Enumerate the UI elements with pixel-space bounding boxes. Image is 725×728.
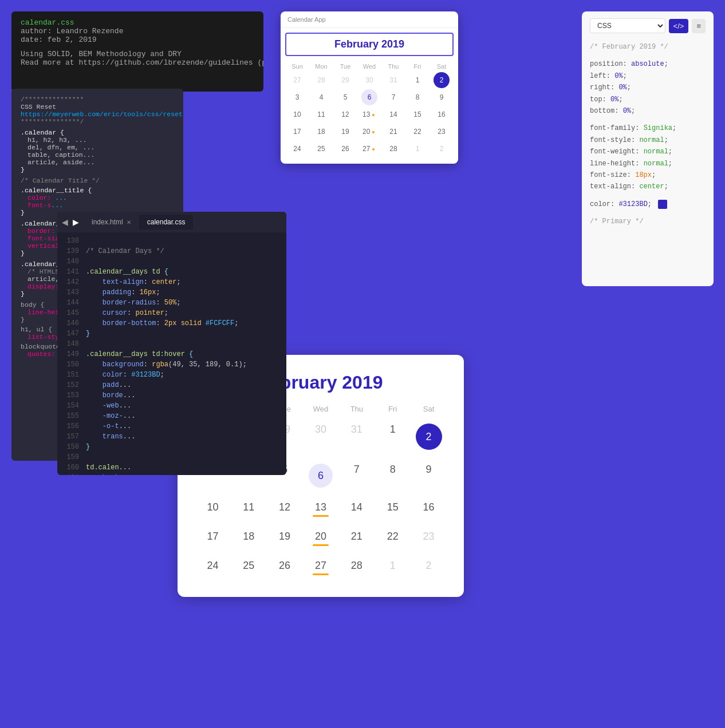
cal-large-day[interactable]: 25: [231, 554, 267, 581]
cal-large-day-today[interactable]: 2: [411, 418, 447, 456]
cal-day[interactable]: 14: [385, 106, 401, 122]
css-line-left: left: 0%;: [590, 70, 706, 82]
cal-day[interactable]: 20: [361, 124, 377, 140]
terminal-line-2: author: Leandro Rezende: [21, 27, 254, 35]
code-line-161: 161 backg...: [57, 474, 286, 475]
cal-day[interactable]: 28: [313, 72, 329, 88]
cal-day[interactable]: 27: [361, 141, 377, 157]
cal-day[interactable]: 12: [337, 106, 353, 122]
css-line-ff: font-family: Signika;: [590, 122, 706, 134]
css-menu-button[interactable]: ≡: [692, 19, 706, 33]
cal-large-day[interactable]: 17: [195, 525, 231, 552]
cal-large-day[interactable]: 9: [411, 458, 447, 493]
cal-large-day[interactable]: 31: [338, 418, 375, 456]
cal-large-day[interactable]: 16: [411, 496, 447, 523]
cal-large-day[interactable]: 2: [411, 554, 447, 581]
cal-large-day[interactable]: 22: [375, 525, 411, 552]
cal-large-day[interactable]: 14: [338, 496, 375, 523]
code-line-153: 153 borde...: [57, 391, 286, 402]
tab-index-html[interactable]: index.html ✕: [84, 215, 139, 230]
cal-large-day[interactable]: 18: [231, 525, 267, 552]
cal-day[interactable]: 11: [313, 106, 329, 122]
css-line-fsize: font-size: 18px;: [590, 169, 706, 181]
cal-large-day[interactable]: 28: [338, 554, 375, 581]
cal-day[interactable]: 29: [337, 72, 353, 88]
cal-day[interactable]: 19: [337, 124, 353, 140]
terminal-top: calendar.css author: Leandro Rezende dat…: [11, 11, 263, 92]
cal-day[interactable]: 2: [434, 141, 450, 157]
tab-calendar-css[interactable]: calendar.css: [139, 215, 194, 230]
cal-large-day[interactable]: 20: [303, 525, 339, 552]
editor-panel: ◀ ▶ index.html ✕ calendar.css 138 139 /*…: [57, 212, 286, 475]
cal-large-day[interactable]: 19: [267, 525, 303, 552]
day-underline: [313, 544, 329, 546]
cal-day[interactable]: 21: [385, 124, 401, 140]
cal-large-week-5: 24 25 26 27 28 1 2: [195, 554, 447, 581]
cal-day[interactable]: 22: [409, 124, 425, 140]
cal-large-day[interactable]: 24: [195, 554, 231, 581]
calendar-app-label: Calendar App: [281, 11, 458, 28]
cal-day[interactable]: 8: [409, 89, 425, 105]
cal-day[interactable]: 18: [313, 124, 329, 140]
code-line-160: 160 td.calen...: [57, 464, 286, 474]
css-line-fs: font-style: normal;: [590, 134, 706, 146]
code-left-body: h1, h2, h3, ...: [21, 136, 174, 144]
css-language-select[interactable]: CSS: [590, 18, 665, 33]
cal-large-day[interactable]: 27: [303, 554, 339, 581]
cal-day[interactable]: 1: [409, 72, 425, 88]
cal-day[interactable]: 15: [409, 106, 425, 122]
cal-large-day[interactable]: 23: [411, 525, 447, 552]
code-line-145: 145 cursor: pointer;: [57, 309, 286, 319]
css-panel-toolbar: CSS </> ≡: [590, 18, 706, 33]
cal-day[interactable]: 5: [337, 89, 353, 105]
cal-day[interactable]: 17: [289, 124, 305, 140]
cal-day[interactable]: 24: [289, 141, 305, 157]
cal-large-day[interactable]: 10: [195, 496, 231, 523]
cal-day[interactable]: 16: [434, 106, 450, 122]
cal-large-day[interactable]: 13: [303, 496, 339, 523]
cal-large-day[interactable]: 8: [375, 458, 411, 493]
tab-close-icon[interactable]: ✕: [127, 219, 131, 225]
cal-large-week-4: 17 18 19 20 21 22 23: [195, 525, 447, 552]
cal-day[interactable]: 23: [434, 124, 450, 140]
cal-large-day[interactable]: 1: [375, 418, 411, 456]
cal-day[interactable]: 13: [361, 106, 377, 122]
cal-day[interactable]: 26: [337, 141, 353, 157]
cal-day[interactable]: 10: [289, 106, 305, 122]
cal-day[interactable]: 4: [313, 89, 329, 105]
cal-day[interactable]: 27: [289, 72, 305, 88]
cal-large-day-selected[interactable]: 6: [303, 458, 339, 493]
cal-day[interactable]: 28: [385, 141, 401, 157]
cal-large-day[interactable]: 11: [231, 496, 267, 523]
cal-day[interactable]: 25: [313, 141, 329, 157]
day-underline: [313, 573, 329, 575]
cal-day[interactable]: 31: [385, 72, 401, 88]
cal-large-day[interactable]: 15: [375, 496, 411, 523]
cal-large-day[interactable]: 30: [303, 418, 339, 456]
cal-day[interactable]: 9: [434, 89, 450, 105]
cal-day-today[interactable]: 2: [434, 72, 450, 88]
cal-day[interactable]: 1: [409, 141, 425, 157]
editor-arrow-right[interactable]: ▶: [73, 217, 79, 227]
cal-large-day[interactable]: 1: [375, 554, 411, 581]
cal-day[interactable]: 7: [385, 89, 401, 105]
calendar-mini-grid: Sun Mon Tue Wed Thu Fri Sat 27 28 29 30 …: [281, 61, 458, 164]
cal-large-day[interactable]: 26: [267, 554, 303, 581]
editor-arrow-left[interactable]: ◀: [62, 217, 68, 227]
cal-large-day[interactable]: 21: [338, 525, 375, 552]
cal-day[interactable]: 30: [361, 72, 377, 88]
cal-large-day[interactable]: 12: [267, 496, 303, 523]
cal-small-week-2: 3 4 5 6 7 8 9: [285, 89, 454, 105]
cal-large-day[interactable]: 7: [338, 458, 375, 493]
code-line-142: 142 text-align: center;: [57, 278, 286, 288]
code-left-color: color: ...: [21, 194, 174, 201]
code-line-154: 154 -web...: [57, 402, 286, 412]
code-line-138: 138: [57, 237, 286, 247]
cal-day-selected[interactable]: 6: [361, 89, 377, 105]
css-code-view-button[interactable]: </>: [669, 19, 689, 33]
code-line-146: 146 border-bottom: 2px solid #FCFCFF;: [57, 319, 286, 330]
css-line-top: top: 0%;: [590, 94, 706, 105]
cal-day[interactable]: 3: [289, 89, 305, 105]
code-left-stars: ***************/: [21, 118, 174, 125]
cal-large-week-3: 10 11 12 13 14 15 16: [195, 496, 447, 523]
